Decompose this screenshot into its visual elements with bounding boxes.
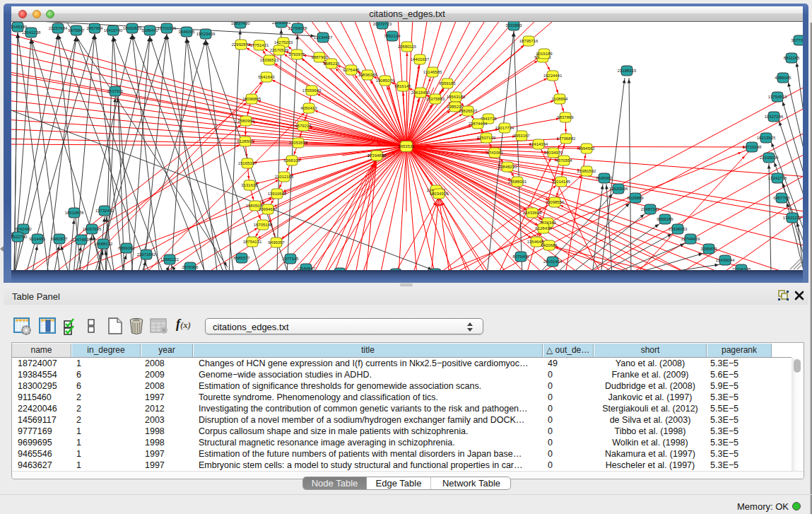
svg-text:13045349: 13045349: [11, 25, 28, 29]
svg-text:22570529: 22570529: [270, 48, 289, 52]
svg-text:15588301: 15588301: [508, 180, 527, 184]
svg-text:10327246: 10327246: [765, 115, 784, 119]
svg-text:20580115: 20580115: [398, 45, 417, 49]
svg-text:18096865: 18096865: [242, 97, 261, 101]
svg-text:16510878: 16510878: [65, 211, 84, 215]
svg-text:13732411: 13732411: [95, 209, 114, 213]
svg-text:4743069: 4743069: [486, 151, 503, 155]
svg-text:13910648: 13910648: [268, 192, 287, 196]
svg-text:3644095: 3644095: [178, 30, 195, 34]
svg-text:21754078: 21754078: [288, 26, 307, 30]
svg-text:22306335: 22306335: [732, 267, 751, 270]
svg-text:21433649: 21433649: [523, 211, 542, 215]
svg-text:12414394: 12414394: [529, 142, 548, 146]
svg-text:7452134: 7452134: [384, 34, 401, 38]
svg-text:18992829: 18992829: [123, 26, 142, 30]
svg-text:6994562: 6994562: [578, 146, 595, 151]
svg-text:10057945: 10057945: [83, 227, 102, 231]
svg-text:2077105: 2077105: [282, 257, 299, 261]
svg-text:19017734: 19017734: [495, 126, 514, 130]
svg-text:3131636: 3131636: [241, 183, 258, 187]
svg-text:11584847: 11584847: [297, 267, 316, 270]
svg-text:17559643: 17559643: [302, 88, 322, 93]
svg-text:21257684: 21257684: [49, 26, 68, 30]
svg-text:18034339: 18034339: [430, 192, 449, 196]
svg-text:17394887: 17394887: [367, 153, 387, 158]
svg-text:13421212: 13421212: [783, 216, 802, 220]
svg-text:2876966: 2876966: [182, 265, 199, 269]
svg-text:22507109: 22507109: [477, 136, 496, 140]
svg-text:20994697: 20994697: [259, 207, 278, 211]
svg-text:9275445: 9275445: [343, 68, 360, 72]
svg-text:2580963: 2580963: [237, 119, 254, 123]
svg-text:13241736: 13241736: [768, 176, 787, 180]
svg-text:22474828: 22474828: [72, 238, 91, 242]
svg-text:22744459: 22744459: [681, 237, 700, 241]
svg-text:4389045: 4389045: [775, 76, 792, 80]
svg-text:5685216: 5685216: [323, 62, 340, 66]
svg-text:9958289: 9958289: [657, 217, 673, 221]
svg-text:6482877: 6482877: [51, 237, 68, 241]
svg-text:13146585: 13146585: [423, 70, 442, 74]
svg-text:23874404: 23874404: [469, 122, 488, 126]
svg-text:1019189: 1019189: [536, 52, 553, 56]
svg-text:19688132: 19688132: [94, 242, 113, 246]
svg-text:5641643: 5641643: [258, 75, 275, 79]
svg-text:1653531: 1653531: [398, 144, 415, 148]
svg-text:21981592: 21981592: [577, 169, 596, 173]
svg-text:2457954: 2457954: [86, 26, 103, 30]
svg-text:13754919: 13754919: [768, 95, 787, 99]
svg-text:9875847: 9875847: [68, 28, 85, 33]
svg-text:16396513: 16396513: [260, 58, 279, 62]
svg-text:1108894: 1108894: [552, 97, 569, 101]
svg-text:11014145: 11014145: [552, 180, 571, 184]
svg-text:8029889: 8029889: [627, 196, 644, 200]
svg-text:23936053: 23936053: [669, 227, 688, 231]
svg-text:6368105: 6368105: [283, 158, 300, 163]
svg-text:12920906: 12920906: [609, 187, 628, 191]
svg-text:22330030: 22330030: [760, 156, 779, 160]
svg-text:9887903: 9887903: [311, 55, 328, 59]
svg-text:19098556: 19098556: [546, 200, 565, 204]
svg-text:18795716: 18795716: [519, 39, 539, 43]
svg-text:13134457: 13134457: [314, 35, 333, 40]
svg-text:2537611: 2537611: [107, 89, 124, 93]
svg-text:4050413: 4050413: [300, 106, 317, 110]
svg-text:8811165: 8811165: [784, 56, 800, 60]
svg-text:21439044: 21439044: [716, 258, 735, 262]
svg-text:8369062: 8369062: [118, 246, 135, 250]
svg-text:22053595: 22053595: [289, 141, 308, 145]
svg-text:19563180: 19563180: [447, 95, 466, 99]
svg-text:17751421: 17751421: [250, 43, 269, 47]
svg-text:14401657: 14401657: [411, 57, 430, 62]
svg-text:20372723: 20372723: [373, 22, 392, 26]
svg-text:4679214: 4679214: [295, 124, 312, 128]
svg-text:22093651: 22093651: [272, 22, 291, 25]
svg-text:23971842: 23971842: [137, 252, 156, 257]
svg-text:6742460: 6742460: [15, 227, 32, 231]
svg-text:9837869: 9837869: [557, 115, 574, 119]
svg-text:10848230: 10848230: [498, 165, 517, 169]
svg-text:20031404: 20031404: [543, 259, 563, 264]
svg-text:8079409: 8079409: [512, 255, 529, 259]
svg-text:3333883: 3333883: [505, 23, 522, 28]
svg-text:15375853: 15375853: [426, 97, 445, 101]
svg-text:15165337: 15165337: [238, 161, 257, 165]
svg-text:9436057: 9436057: [268, 240, 285, 245]
svg-text:5793975: 5793975: [288, 52, 305, 57]
svg-text:6128503: 6128503: [237, 139, 254, 144]
svg-text:23487347: 23487347: [641, 207, 660, 211]
svg-text:18754131: 18754131: [243, 240, 262, 244]
svg-text:14275203: 14275203: [274, 40, 293, 45]
svg-text:9816145: 9816145: [394, 84, 411, 88]
svg-text:12541238: 12541238: [22, 30, 41, 35]
svg-text:19836388: 19836388: [358, 73, 377, 77]
svg-text:22992872: 22992872: [232, 42, 251, 47]
svg-text:3677374: 3677374: [791, 38, 803, 42]
svg-text:8359183: 8359183: [439, 81, 456, 86]
svg-text:9953167: 9953167: [513, 134, 530, 138]
svg-text:4570554: 4570554: [555, 158, 572, 163]
svg-text:19085076: 19085076: [376, 78, 395, 83]
svg-text:8685577: 8685577: [233, 256, 250, 260]
svg-text:6457765: 6457765: [773, 196, 790, 200]
